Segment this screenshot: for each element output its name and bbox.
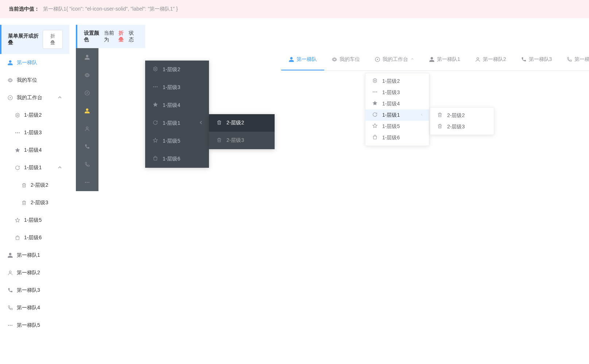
menu-sub-level2[interactable]: 1-层级2 [0, 107, 69, 124]
dropdown-item-label: 2-层级2 [447, 112, 465, 119]
menu-item-t2[interactable]: 第一梯队2 [0, 264, 69, 282]
dropdown-item-expandable[interactable]: 1-层级1 [365, 109, 429, 121]
dropdown-item[interactable]: 1-层级3 [365, 87, 429, 98]
hmenu-item-team1[interactable]: 第一梯队 [281, 49, 324, 70]
flyout-item[interactable]: 1-层级6 [145, 150, 209, 168]
dark-rail [76, 48, 98, 191]
trash-icon [437, 123, 443, 130]
more-icon [7, 322, 14, 328]
goods-icon [152, 155, 159, 162]
flyout2-item-label: 2-层级3 [226, 137, 244, 144]
hmenu-item-parking[interactable]: 我的车位 [324, 49, 367, 70]
menu-item-parking[interactable]: 我的车位 [0, 71, 69, 89]
trash-icon [21, 200, 28, 206]
hmenu-label: 我的工作台 [383, 56, 408, 63]
rail-gear[interactable] [76, 66, 98, 84]
menu-sub-level1[interactable]: 1-层级1 [0, 159, 69, 177]
flyout2-item[interactable]: 2-层级3 [209, 132, 275, 149]
menu-item-label: 1-层级5 [24, 217, 42, 224]
menu-item-workbench[interactable]: 我的工作台 [0, 89, 69, 107]
hmenu-item-t2[interactable]: 第一梯队2 [468, 49, 514, 70]
menu-item-t1[interactable]: 第一梯队1 [0, 247, 69, 264]
goods-icon [15, 235, 21, 241]
rail-phone-outline[interactable] [76, 155, 98, 173]
mid-state-prefix: 当前为 [104, 30, 119, 43]
menu-item-team1[interactable]: 第一梯队 [0, 54, 69, 71]
left-panel-title: 菜单展开或折叠 [8, 33, 39, 46]
left-panel-header: 菜单展开或折叠 折叠 [0, 25, 69, 54]
menu-item-t5[interactable]: 第一梯队5 [0, 317, 69, 334]
flyout-item-expandable[interactable]: 1-层级1 [145, 114, 209, 132]
rail-compass[interactable] [76, 84, 98, 102]
dropdown-item[interactable]: 2-层级3 [430, 121, 494, 132]
star-off-icon [152, 138, 159, 144]
star-off-icon [372, 123, 379, 130]
dropdown-item-label: 2-层级3 [447, 124, 465, 130]
alert-value: 第一梯队1{ "icon": "el-icon-user-solid", "la… [43, 6, 178, 12]
menu-sub-level5[interactable]: 1-层级5 [0, 212, 69, 229]
dark-flyout-1: 1-层级2 1-层级3 1-层级4 1-层级1 1-层级5 1-层级6 [145, 61, 209, 168]
rail-user-solid[interactable] [76, 48, 98, 66]
mid-panel-header: 设置颜色 当前为折叠状态 [76, 25, 145, 48]
chevron-up-icon [410, 57, 414, 62]
hmenu-item-t1[interactable]: 第一梯队1 [422, 49, 468, 70]
menu-sub-level3[interactable]: 1-层级3 [0, 124, 69, 142]
refresh-icon [152, 120, 159, 127]
flyout-item[interactable]: 1-层级4 [145, 96, 209, 114]
menu-sub2-level3[interactable]: 2-层级3 [0, 194, 69, 212]
gear-icon [7, 77, 14, 83]
rail-more[interactable] [76, 173, 98, 191]
menu-item-label: 1-层级3 [24, 129, 42, 136]
toggle-collapse-button[interactable]: 折叠 [43, 30, 63, 49]
menu-item-label: 我的车位 [17, 77, 37, 84]
chevron-left-icon [198, 120, 204, 127]
compass-icon [7, 95, 14, 101]
menu-sub2-level2[interactable]: 2-层级2 [0, 177, 69, 194]
horizontal-menu: 第一梯队 我的车位 我的工作台 第一梯队1 第一梯队2 第一梯队3 第一梯队4 … [281, 49, 589, 71]
menu-item-label: 1-层级2 [24, 112, 42, 119]
menu-sub-level4[interactable]: 1-层级4 [0, 142, 69, 159]
hmenu-item-t4[interactable]: 第一梯队4 [559, 49, 589, 70]
menu-item-t3[interactable]: 第一梯队3 [0, 282, 69, 299]
dropdown-item[interactable]: 1-层级2 [365, 75, 429, 87]
trash-icon [216, 137, 223, 144]
dropdown-item[interactable]: 2-层级2 [430, 110, 494, 121]
refresh-icon [15, 165, 21, 171]
dropdown-item[interactable]: 1-层级6 [365, 132, 429, 143]
right-area: 第一梯队 我的车位 我的工作台 第一梯队1 第一梯队2 第一梯队3 第一梯队4 … [281, 25, 589, 71]
rail-phone[interactable] [76, 138, 98, 155]
flyout-item-label: 1-层级3 [163, 84, 180, 91]
star-icon [372, 100, 379, 107]
menu-item-label: 第一梯队4 [17, 305, 40, 311]
dropdown-item[interactable]: 1-层级4 [365, 98, 429, 109]
dropdown-item[interactable]: 1-层级5 [365, 121, 429, 132]
flyout-item[interactable]: 1-层级2 [145, 61, 209, 78]
dropdown-2: 2-层级2 2-层级3 [430, 107, 494, 135]
dropdown-item-label: 1-层级2 [382, 78, 400, 85]
more-icon [15, 130, 21, 136]
menu-item-label: 第一梯队3 [17, 287, 40, 294]
trash-icon [216, 120, 223, 127]
hmenu-label: 我的车位 [340, 56, 360, 63]
hmenu-item-t3[interactable]: 第一梯队3 [514, 49, 559, 70]
trash-icon [21, 182, 28, 188]
hmenu-label: 第一梯队3 [529, 56, 552, 63]
menu-sub-level6[interactable]: 1-层级6 [0, 229, 69, 247]
hmenu-label: 第一梯队4 [574, 56, 589, 63]
rail-user[interactable] [76, 120, 98, 138]
flyout-item-label: 1-层级2 [163, 66, 180, 73]
rail-user-solid-active[interactable] [76, 102, 98, 120]
flyout-item-label: 1-层级6 [163, 156, 180, 162]
setting-icon [372, 78, 379, 85]
menu-item-label: 第一梯队5 [17, 322, 40, 329]
flyout-item[interactable]: 1-层级3 [145, 78, 209, 96]
chevron-left-icon [420, 113, 424, 117]
dropdown-1: 1-层级2 1-层级3 1-层级4 1-层级1 1-层级5 1-层级6 [365, 73, 429, 146]
compass-icon [375, 57, 380, 62]
menu-item-t4[interactable]: 第一梯队4 [0, 299, 69, 317]
mid-state-value: 折叠 [119, 30, 128, 43]
flyout-item[interactable]: 1-层级5 [145, 132, 209, 150]
hmenu-item-workbench[interactable]: 我的工作台 [367, 49, 422, 70]
flyout2-item[interactable]: 2-层级2 [209, 114, 275, 132]
hmenu-label: 第一梯队 [297, 56, 317, 63]
